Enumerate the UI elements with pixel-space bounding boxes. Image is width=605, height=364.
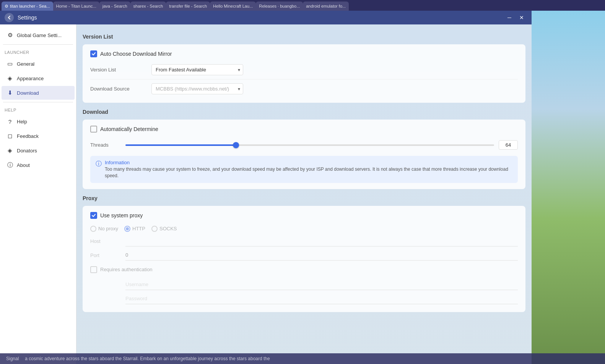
password-field-row: [90, 292, 518, 306]
browser-tab-5[interactable]: Hello Minecraft Lau...: [210, 2, 256, 11]
auto-determine-row: Automatically Determine: [90, 126, 518, 133]
download-section-title: Download: [83, 109, 525, 115]
sidebar-download-label: Download: [17, 90, 39, 96]
tab-favicon-0: ⚙: [5, 4, 8, 9]
tab-label-6: Releases · buangbo...: [259, 4, 300, 8]
sidebar-section-help: Help: [0, 105, 76, 114]
sidebar-item-about[interactable]: ⓘ About: [2, 158, 75, 172]
username-input-wrap: [125, 279, 518, 290]
radio-http[interactable]: HTTP: [124, 226, 145, 232]
sidebar-donators-label: Donators: [17, 148, 37, 154]
use-system-proxy-label: Use system proxy: [100, 212, 143, 218]
info-icon: ⓘ: [96, 160, 102, 179]
card-separator: [90, 79, 518, 79]
download-source-label: Download Source: [90, 86, 151, 92]
bottom-signal-text: a cosmic adventure across the stars aboa…: [25, 356, 270, 361]
sidebar-appearance-label: Appearance: [17, 76, 44, 81]
browser-tab-0[interactable]: ⚙ titan launcher - Sea...: [2, 2, 53, 11]
host-field-row: Host: [90, 234, 518, 248]
port-label: Port: [90, 252, 121, 258]
radio-label-http: HTTP: [132, 226, 145, 231]
radio-label-no-proxy: No proxy: [98, 226, 118, 231]
back-button[interactable]: [5, 13, 14, 22]
proxy-section-title: Proxy: [83, 195, 525, 201]
sidebar-section-launcher: Launcher: [0, 47, 76, 56]
proxy-radio-row: No proxy HTTP SOCKS: [90, 223, 518, 234]
host-input[interactable]: [125, 236, 518, 246]
info-title: Information: [105, 160, 512, 165]
browser-tab-1[interactable]: Home - Titan Launc...: [53, 2, 99, 11]
host-input-wrap: [125, 236, 518, 247]
download-source-dropdown-container: MCBBS (https://www.mcbbs.net/)OfficialBM…: [151, 83, 243, 94]
threads-row: Threads 64: [90, 137, 518, 153]
radio-circle-socks: [151, 226, 158, 232]
version-list-dropdown[interactable]: From Fastest AvailableOfficialBMCLAPIMCB…: [151, 64, 243, 75]
info-content: Information Too many threads may cause y…: [105, 160, 512, 179]
port-input-wrap: [125, 250, 518, 261]
sidebar-general-label: General: [17, 61, 34, 67]
settings-window: Settings ─ ✕ ⚙ Global Game Setti... Laun…: [0, 11, 532, 364]
close-button[interactable]: ✕: [516, 13, 527, 22]
download-source-row: Download Source MCBBS (https://www.mcbbs…: [90, 81, 518, 97]
feedback-icon: ◻: [6, 132, 14, 140]
sidebar-divider-1: [3, 44, 73, 45]
sidebar-item-global[interactable]: ⚙ Global Game Setti...: [2, 28, 75, 42]
tab-label-3: sharex - Search: [133, 4, 163, 8]
threads-slider-track[interactable]: [125, 144, 494, 146]
bottom-bar: Signal a cosmic adventure across the sta…: [0, 353, 605, 364]
proxy-subfields: No proxy HTTP SOCKS Host: [90, 223, 518, 306]
sidebar-item-download[interactable]: ⬇ Download: [2, 86, 75, 100]
minimize-button[interactable]: ─: [504, 13, 515, 22]
radio-no-proxy[interactable]: No proxy: [90, 226, 118, 232]
radio-socks[interactable]: SOCKS: [151, 226, 177, 232]
tab-label-2: java - Search: [102, 4, 127, 8]
host-label: Host: [90, 238, 121, 244]
auto-choose-label: Auto Choose Download Mirror: [100, 51, 172, 57]
help-icon: ?: [6, 118, 14, 125]
info-box: ⓘ Information Too many threads may cause…: [90, 156, 518, 183]
requires-auth-checkbox[interactable]: [90, 266, 97, 273]
sidebar-help-label: Help: [17, 119, 27, 125]
donators-icon: ◈: [6, 147, 14, 154]
settings-titlebar: Settings ─ ✕: [0, 11, 532, 24]
password-input[interactable]: [125, 293, 518, 304]
version-list-card: Auto Choose Download Mirror Version List…: [83, 44, 525, 103]
download-source-dropdown[interactable]: MCBBS (https://www.mcbbs.net/)OfficialBM…: [151, 83, 243, 94]
sidebar-item-appearance[interactable]: ◈ Appearance: [2, 71, 75, 85]
auto-choose-checkbox[interactable]: [90, 50, 97, 57]
settings-body: ⚙ Global Game Setti... Launcher ▭ Genera…: [0, 24, 532, 364]
threads-value[interactable]: 64: [499, 140, 518, 150]
titlebar-controls: ─ ✕: [504, 13, 527, 22]
threads-label: Threads: [90, 142, 121, 148]
browser-tab-2[interactable]: java - Search: [99, 2, 130, 11]
sidebar-feedback-label: Feedback: [17, 133, 39, 139]
download-icon: ⬇: [6, 89, 14, 97]
tab-label-5: Hello Minecraft Lau...: [213, 4, 253, 8]
radio-circle-no-proxy: [90, 226, 96, 232]
radio-label-socks: SOCKS: [159, 226, 177, 231]
threads-slider-fill: [125, 144, 236, 146]
sidebar-item-general[interactable]: ▭ General: [2, 57, 75, 71]
sidebar-item-donators[interactable]: ◈ Donators: [2, 144, 75, 157]
threads-slider-thumb[interactable]: [233, 142, 239, 148]
about-icon: ⓘ: [6, 161, 14, 169]
port-input[interactable]: [125, 250, 518, 260]
browser-tab-3[interactable]: sharex - Search: [130, 2, 166, 11]
main-content: Version List Auto Choose Download Mirror…: [76, 24, 532, 364]
version-list-dropdown-wrap: From Fastest AvailableOfficialBMCLAPIMCB…: [151, 64, 518, 75]
sidebar-about-label: About: [17, 162, 30, 168]
browser-tab-4[interactable]: transfer file - Search: [166, 2, 210, 11]
tab-label-7: android emulator fo...: [306, 4, 346, 8]
sidebar-item-help[interactable]: ? Help: [2, 115, 75, 128]
username-input[interactable]: [125, 279, 518, 290]
auto-determine-checkbox[interactable]: [90, 126, 97, 133]
browser-tab-7[interactable]: android emulator fo...: [303, 2, 349, 11]
sidebar-item-feedback[interactable]: ◻ Feedback: [2, 129, 75, 143]
use-system-proxy-checkbox[interactable]: [90, 212, 97, 219]
settings-title: Settings: [18, 15, 504, 21]
sidebar-global-label: Global Game Setti...: [17, 32, 62, 38]
browser-tab-6[interactable]: Releases · buangbo...: [256, 2, 303, 11]
appearance-icon: ◈: [6, 74, 14, 82]
auto-determine-label: Automatically Determine: [100, 126, 158, 132]
global-icon: ⚙: [6, 31, 14, 39]
